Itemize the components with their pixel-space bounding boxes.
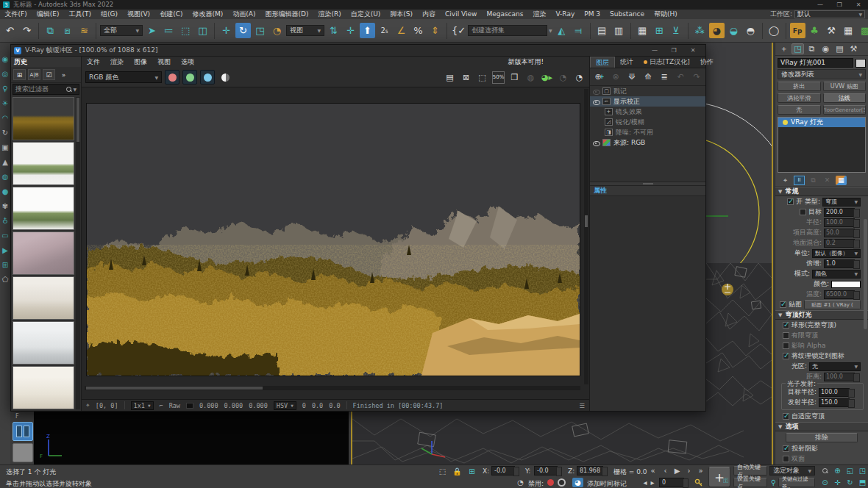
- menu-rendering[interactable]: 渲染(R): [313, 10, 346, 19]
- vfb-maximize-icon[interactable]: ❒: [664, 46, 683, 55]
- cone-icon[interactable]: ⬠: [1, 275, 10, 284]
- light-zone-dropdown[interactable]: 无▼: [809, 362, 861, 371]
- menu-tools[interactable]: 工具(T): [64, 10, 96, 19]
- curve-editor-icon[interactable]: ▦: [635, 23, 650, 38]
- layer-row-display-correction[interactable]: ⌐ 显示校正: [590, 96, 705, 107]
- affect-alpha-checkbox[interactable]: [783, 342, 789, 349]
- log-list-icon[interactable]: ☰: [579, 402, 585, 409]
- menu-animation[interactable]: 动画(A): [228, 10, 260, 19]
- menu-substance[interactable]: Substance: [605, 10, 650, 19]
- zoom-all-icon[interactable]: ⊕: [832, 466, 843, 476]
- field-of-view-icon[interactable]: ⊙: [819, 478, 830, 487]
- vfb-close-icon[interactable]: ✕: [683, 46, 702, 55]
- layer-row-lens-effects[interactable]: + 镜头效果: [590, 107, 705, 117]
- material-editor-icon[interactable]: ◕: [709, 23, 725, 38]
- pin-stack-icon[interactable]: ⌖: [780, 176, 791, 185]
- show-end-result-icon[interactable]: II: [794, 176, 805, 185]
- mode-dropdown[interactable]: 颜色▼: [812, 270, 861, 279]
- vray-ipr-teapot-icon[interactable]: ◔: [515, 478, 526, 487]
- image-plane-icon[interactable]: ▣: [1, 143, 10, 152]
- select-and-scale-icon[interactable]: ◳: [252, 23, 268, 38]
- object-color-swatch[interactable]: [855, 59, 866, 68]
- select-and-manipulate-icon[interactable]: ✛: [343, 23, 358, 38]
- layer-row-denoise[interactable]: ◨ 降噪: 不可用: [590, 127, 705, 137]
- forest-tools-icon[interactable]: ♣: [807, 23, 822, 38]
- adaptive-dome-checkbox[interactable]: [783, 413, 789, 420]
- perspective-viewport-sliver[interactable]: [706, 43, 772, 464]
- distance-spinner[interactable]: 100.0: [824, 373, 855, 381]
- duplicate-frame-icon[interactable]: ❒: [508, 71, 521, 84]
- zoom-extents-all-icon[interactable]: ◳: [857, 466, 868, 476]
- rollout-dome-header[interactable]: ▼穹顶灯光: [775, 310, 868, 320]
- zoom-50-icon[interactable]: 50%: [492, 71, 505, 84]
- dome-light-icon[interactable]: ◠: [1, 113, 10, 123]
- schematic-view-icon[interactable]: ⊞: [652, 23, 667, 38]
- absolute-mode-icon[interactable]: ⊞: [466, 467, 477, 476]
- menu-pm3[interactable]: PM 3: [580, 10, 605, 19]
- menu-megascans[interactable]: Megascans: [482, 10, 528, 19]
- vfb-menu-options[interactable]: 选项: [176, 57, 199, 67]
- ab-compare-icon[interactable]: A|B: [28, 69, 40, 80]
- y-coordinate-field[interactable]: -0.0: [534, 466, 558, 476]
- red-channel-button[interactable]: [165, 70, 179, 85]
- bind-to-space-warp-icon[interactable]: ≋: [77, 23, 92, 38]
- layer-row-source-rgb[interactable]: 来源: RGB: [590, 137, 705, 148]
- layout-tab-current[interactable]: [13, 422, 33, 441]
- mesh-light-icon[interactable]: ▶: [1, 245, 10, 255]
- frame-back-icon[interactable]: ◂: [641, 478, 649, 487]
- tab-collaboration[interactable]: 协作: [695, 57, 719, 68]
- emit-radius-spinner[interactable]: 150.0: [819, 398, 850, 407]
- plane-light-icon[interactable]: ▭: [1, 231, 10, 240]
- stop-ring-icon[interactable]: [558, 478, 566, 487]
- arnold-icon[interactable]: ◯: [766, 23, 782, 38]
- forest-pack-icon[interactable]: Fp: [790, 23, 805, 38]
- pixel-zoom-dropdown[interactable]: 1x1▼: [131, 401, 154, 410]
- select-by-name-icon[interactable]: ≔: [161, 23, 177, 38]
- render-horizontal-scrollbar[interactable]: [85, 386, 580, 390]
- extrude-button[interactable]: 挤出: [778, 82, 821, 91]
- turntable-icon[interactable]: ↻: [1, 128, 10, 137]
- lock-texture-checkbox[interactable]: [783, 353, 789, 359]
- set-key-button[interactable]: 设置关键点: [733, 478, 767, 487]
- render-last-icon[interactable]: ◕▸: [541, 71, 553, 84]
- rollout-general-header[interactable]: ▼常规: [775, 187, 868, 196]
- exclude-button[interactable]: 排除: [786, 433, 858, 442]
- use-pivot-center-icon[interactable]: ⇅: [326, 23, 341, 38]
- orbit-icon[interactable]: ↻: [844, 478, 855, 487]
- layer-row-stamp[interactable]: ▢ 戳记: [590, 86, 705, 96]
- clear-image-icon[interactable]: ⊠: [460, 71, 472, 84]
- vfb-menu-file[interactable]: 文件: [82, 57, 105, 67]
- workspace-selector[interactable]: 默认▼: [794, 10, 865, 18]
- rectangular-selection-icon[interactable]: ⬚: [178, 23, 193, 38]
- target-checkbox[interactable]: [800, 209, 806, 215]
- go-to-end-icon[interactable]: »: [695, 466, 706, 476]
- layout-tab-add[interactable]: [13, 443, 33, 462]
- snaps-toggle-icon[interactable]: 25: [377, 23, 392, 38]
- selection-filter-dropdown[interactable]: 全部▼: [100, 25, 143, 36]
- menu-modifiers[interactable]: 修改器(M): [188, 10, 228, 19]
- tab-log[interactable]: 日志[TZ汉化]: [638, 57, 695, 68]
- target-distance-spinner[interactable]: 200.0: [824, 208, 855, 217]
- layer-manager-icon[interactable]: ▤: [594, 23, 610, 38]
- z-coordinate-field[interactable]: 81.968: [577, 466, 603, 476]
- double-sided-checkbox[interactable]: [783, 456, 789, 462]
- undo-icon[interactable]: ↶: [2, 23, 18, 38]
- hsv-dropdown[interactable]: HSV▼: [274, 401, 296, 410]
- unlink-selection-icon[interactable]: ⧈: [60, 23, 75, 38]
- menu-render[interactable]: 渲染: [528, 10, 551, 19]
- history-thumbnail-bright-interior[interactable]: [13, 366, 74, 409]
- spot-light-icon[interactable]: ♁: [1, 216, 10, 226]
- sphere-light-icon[interactable]: ●: [1, 187, 10, 196]
- expand-history-icon[interactable]: »: [57, 69, 70, 80]
- history-scrollbar[interactable]: [76, 97, 80, 409]
- modifier-list-dropdown[interactable]: 修改器列表▼: [778, 69, 866, 79]
- vfb-minimize-icon[interactable]: —: [645, 46, 664, 55]
- zoom-extents-icon[interactable]: ◱: [844, 466, 855, 476]
- new-version-notice[interactable]: 新版本可用!: [508, 57, 544, 67]
- keyboard-override-icon[interactable]: ⬆: [360, 23, 375, 38]
- texmap-button[interactable]: 贴图 #1 ( VRay (: [804, 300, 861, 309]
- normal-button[interactable]: 法线: [823, 93, 867, 103]
- type-dropdown[interactable]: 穹顶▼: [822, 198, 861, 207]
- maximize-viewport-icon[interactable]: ⬒: [857, 478, 868, 487]
- visibility-eye-icon[interactable]: [593, 98, 600, 105]
